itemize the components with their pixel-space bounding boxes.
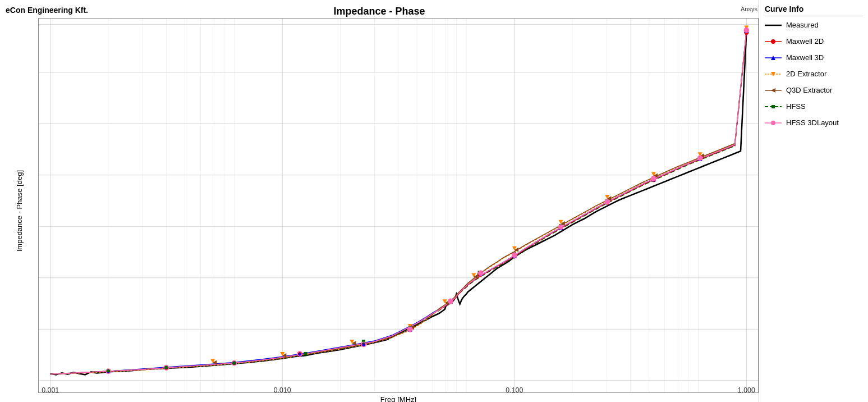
svg-point-116 [479,271,483,275]
legend-label-hfss: HFSS [786,102,806,111]
svg-text:0.100: 0.100 [506,386,523,392]
svg-text:1.000: 1.000 [738,386,755,392]
legend-item-maxwell2d: Maxwell 2D [765,37,862,45]
y-axis-label: Impedance - Phase [deg] [15,170,24,252]
svg-marker-131 [771,88,775,93]
svg-point-135 [771,121,775,125]
legend-title: Curve Info [765,4,862,16]
legend-item-2dextractor: 2D Extractor [765,70,862,78]
ansys-label: Ansys [741,6,757,12]
svg-rect-99 [304,352,307,355]
svg-text:0.010: 0.010 [274,386,291,392]
svg-point-119 [605,199,609,204]
legend-label-q3dextractor: Q3D Extractor [786,86,832,94]
legend-label-maxwell3d: Maxwell 3D [786,53,824,62]
chart-svg: 0.00 12.50 25.00 37.50 50.00 62.50 75.00… [39,19,758,392]
legend-item-maxwell3d: Maxwell 3D [765,53,862,62]
x-axis-label: Freq [MHz] [38,395,759,402]
svg-rect-133 [771,105,775,108]
legend-panel: Curve Info Measured Maxwell 2D Maxwell 3… [759,0,868,402]
svg-point-120 [651,176,656,181]
svg-point-114 [408,327,412,331]
svg-point-117 [512,253,517,257]
svg-point-115 [448,299,453,303]
svg-point-122 [744,28,748,33]
legend-line-measured [765,21,782,29]
svg-point-118 [558,225,563,229]
legend-label-2dextractor: 2D Extractor [786,70,826,78]
svg-text:0.001: 0.001 [42,386,59,392]
plot-area: 0.00 12.50 25.00 37.50 50.00 62.50 75.00… [38,18,759,393]
legend-item-q3dextractor: Q3D Extractor [765,86,862,94]
legend-label-maxwell2d: Maxwell 2D [786,37,824,45]
company-label: eCon Engineering Kft. [6,6,88,15]
legend-label-measured: Measured [786,21,819,29]
legend-item-hfss3dlayout: HFSS 3DLayout [765,118,862,127]
svg-point-125 [771,39,775,44]
legend-item-hfss: HFSS [765,102,862,111]
chart-title: Impedance - Phase [333,6,425,17]
svg-point-121 [697,156,702,160]
svg-rect-98 [232,362,236,365]
legend-item-measured: Measured [765,21,862,29]
legend-label-hfss3dlayout: HFSS 3DLayout [786,118,839,127]
